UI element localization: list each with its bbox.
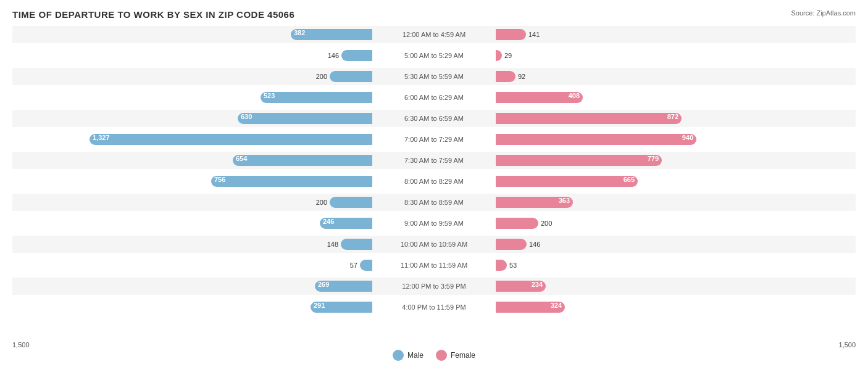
row-left-side: 630 <box>12 110 372 127</box>
bar-male <box>330 197 372 208</box>
bar-male: 291 <box>311 302 372 313</box>
chart-row: 5236:00 AM to 6:29 AM408 <box>12 89 856 106</box>
row-left-side: 1,327 <box>12 131 372 148</box>
row-left-side: 200 <box>12 68 372 85</box>
bar-male <box>360 260 372 271</box>
time-label: 8:30 AM to 8:59 AM <box>372 199 496 206</box>
chart-row: 2469:00 AM to 9:59 AM200 <box>12 215 856 232</box>
bar-male: 269 <box>315 281 372 292</box>
time-label: 6:00 AM to 6:29 AM <box>372 94 496 101</box>
row-left-side: 382 <box>12 26 372 43</box>
row-left-side: 146 <box>12 47 372 64</box>
val-female: 779 <box>648 155 659 162</box>
legend-male: Male <box>393 350 424 361</box>
val-male: 630 <box>241 113 252 120</box>
bar-female: 408 <box>496 92 583 103</box>
bar-male: 382 <box>291 29 372 40</box>
val-female: 940 <box>682 134 693 141</box>
bar-male <box>341 50 372 61</box>
row-right-side: 53 <box>496 257 856 274</box>
val-female: 146 <box>529 241 540 248</box>
time-label: 5:30 AM to 5:59 AM <box>372 73 496 80</box>
row-right-side: 200 <box>496 215 856 232</box>
time-label: 10:00 AM to 10:59 AM <box>372 241 496 248</box>
legend-female-box <box>436 350 447 361</box>
val-male: 382 <box>294 29 305 36</box>
chart-row: 2005:30 AM to 5:59 AM92 <box>12 68 856 85</box>
row-right-side: 872 <box>496 110 856 127</box>
val-female: 29 <box>504 52 512 59</box>
bar-male: 1,327 <box>90 134 372 145</box>
val-female: 200 <box>541 220 552 227</box>
legend: Male Female <box>393 350 475 361</box>
bar-female: 665 <box>496 176 638 187</box>
chart-row: 1465:00 AM to 5:29 AM29 <box>12 47 856 64</box>
row-right-side: 234 <box>496 278 856 295</box>
row-left-side: 291 <box>12 299 372 316</box>
row-left-side: 654 <box>12 152 372 169</box>
row-right-side: 92 <box>496 68 856 85</box>
chart-row: 14810:00 AM to 10:59 AM146 <box>12 236 856 253</box>
val-female: 872 <box>667 113 678 120</box>
val-female: 363 <box>559 197 570 204</box>
val-female: 53 <box>509 262 517 269</box>
time-label: 7:00 AM to 7:29 AM <box>372 136 496 143</box>
legend-male-box <box>393 350 404 361</box>
chart-row: 38212:00 AM to 4:59 AM141 <box>12 26 856 43</box>
val-male: 654 <box>236 155 247 162</box>
val-female: 92 <box>518 73 525 80</box>
row-right-side: 141 <box>496 26 856 43</box>
source-label: Source: ZipAtlas.com <box>791 9 856 17</box>
val-male: 146 <box>328 52 339 59</box>
chart-row: 6306:30 AM to 6:59 AM872 <box>12 110 856 127</box>
val-male: 523 <box>264 92 275 99</box>
time-label: 11:00 AM to 11:59 AM <box>372 262 496 269</box>
bar-female: 940 <box>496 134 696 145</box>
row-left-side: 57 <box>12 257 372 274</box>
bar-female <box>496 29 526 40</box>
bar-male: 246 <box>320 218 372 229</box>
row-right-side: 146 <box>496 236 856 253</box>
bar-male: 523 <box>261 92 372 103</box>
chart-row: 7568:00 AM to 8:29 AM665 <box>12 173 856 190</box>
row-right-side: 324 <box>496 299 856 316</box>
row-left-side: 148 <box>12 236 372 253</box>
bar-female: 872 <box>496 113 682 124</box>
val-female: 665 <box>624 176 635 183</box>
val-male: 200 <box>316 199 327 206</box>
val-male: 200 <box>316 73 327 80</box>
val-male: 291 <box>314 302 325 309</box>
bar-female <box>496 260 507 271</box>
row-left-side: 200 <box>12 194 372 211</box>
val-female: 408 <box>569 92 580 99</box>
val-male: 1,327 <box>93 134 110 141</box>
row-right-side: 779 <box>496 152 856 169</box>
time-label: 8:00 AM to 8:29 AM <box>372 178 496 185</box>
val-male: 57 <box>350 262 357 269</box>
bar-female <box>496 218 538 229</box>
row-right-side: 408 <box>496 89 856 106</box>
bar-male: 630 <box>238 113 372 124</box>
time-label: 4:00 PM to 11:59 PM <box>372 303 496 311</box>
bar-male: 756 <box>211 176 372 187</box>
axis-right: 1,500 <box>838 341 856 348</box>
bar-female <box>496 239 527 250</box>
bar-male <box>330 71 372 82</box>
row-right-side: 29 <box>496 47 856 64</box>
chart-row: 1,3277:00 AM to 7:29 AM940 <box>12 131 856 148</box>
chart-row: 5711:00 AM to 11:59 AM53 <box>12 257 856 274</box>
row-left-side: 269 <box>12 278 372 295</box>
chart-row: 2914:00 PM to 11:59 PM324 <box>12 299 856 316</box>
bars-area: 38212:00 AM to 4:59 AM1411465:00 AM to 5… <box>12 26 856 316</box>
row-left-side: 756 <box>12 173 372 190</box>
chart-title: TIME OF DEPARTURE TO WORK BY SEX IN ZIP … <box>12 9 856 20</box>
row-right-side: 363 <box>496 194 856 211</box>
bar-female: 363 <box>496 197 573 208</box>
time-label: 12:00 AM to 4:59 AM <box>372 31 496 38</box>
val-male: 246 <box>323 218 334 225</box>
bar-female: 234 <box>496 281 546 292</box>
axis-left: 1,500 <box>12 341 30 348</box>
val-male: 148 <box>327 241 338 248</box>
val-female: 141 <box>528 31 540 38</box>
row-right-side: 940 <box>496 131 856 148</box>
